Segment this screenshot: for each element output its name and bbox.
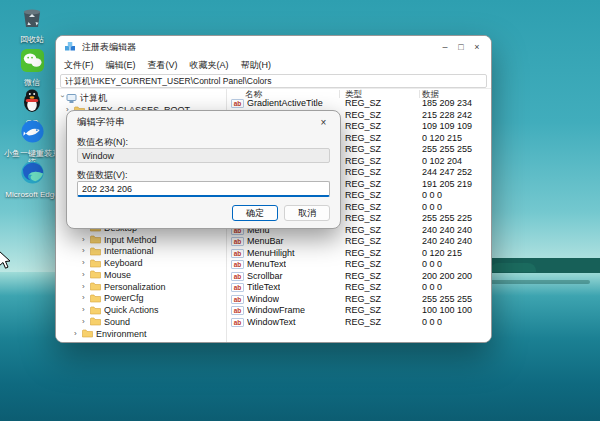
column-divider[interactable] bbox=[419, 90, 420, 98]
value-name: TitleText bbox=[247, 282, 280, 292]
value-name: GradientActiveTitle bbox=[247, 98, 323, 108]
desktop-icon-wechat[interactable]: 微信 bbox=[6, 48, 58, 87]
ok-button[interactable]: 确定 bbox=[232, 205, 278, 221]
value-type: REG_SZ bbox=[345, 294, 381, 304]
registry-value-row[interactable]: abWindowFrameREG_SZ100 100 100 bbox=[227, 305, 491, 316]
xiaoyu-icon bbox=[20, 119, 45, 148]
tree-item-keyboard[interactable]: ›Keyboard bbox=[56, 258, 226, 269]
tree-item-计算机[interactable]: ›计算机 bbox=[56, 93, 226, 104]
string-value-icon: ab bbox=[231, 260, 244, 269]
value-data: 0 0 0 bbox=[422, 259, 442, 269]
value-type: REG_SZ bbox=[345, 110, 381, 120]
chevron-right-icon[interactable]: › bbox=[82, 283, 90, 291]
chevron-right-icon[interactable]: › bbox=[82, 306, 90, 314]
value-data: 200 200 200 bbox=[422, 271, 472, 281]
menu-edit[interactable]: 编辑(E) bbox=[100, 59, 142, 72]
tree-item-label: Environment bbox=[96, 329, 147, 339]
address-input[interactable]: 计算机\HKEY_CURRENT_USER\Control Panel\Colo… bbox=[60, 74, 487, 88]
registry-value-row[interactable]: abWindowTextREG_SZ0 0 0 bbox=[227, 317, 491, 328]
menu-bar: 文件(F) 编辑(E) 查看(V) 收藏夹(A) 帮助(H) bbox=[56, 58, 491, 73]
registry-value-row[interactable]: abTitleTextREG_SZ0 0 0 bbox=[227, 282, 491, 293]
value-type: REG_SZ bbox=[345, 202, 381, 212]
tree-item-quick-actions[interactable]: ›Quick Actions bbox=[56, 305, 226, 316]
menu-file[interactable]: 文件(F) bbox=[58, 59, 100, 72]
value-data: 255 255 225 bbox=[422, 213, 472, 223]
value-data: 215 228 242 bbox=[422, 110, 472, 120]
close-button[interactable]: × bbox=[469, 36, 485, 58]
dialog-title: 编辑字符串 bbox=[77, 116, 125, 129]
chevron-right-icon[interactable]: › bbox=[82, 247, 90, 255]
dialog-close-icon[interactable]: × bbox=[316, 115, 331, 130]
chevron-right-icon[interactable]: › bbox=[82, 318, 90, 326]
value-name: Window bbox=[247, 294, 279, 304]
chevron-right-icon[interactable]: › bbox=[82, 236, 90, 244]
string-value-icon: ab bbox=[231, 306, 244, 315]
registry-value-row[interactable]: abScrollbarREG_SZ200 200 200 bbox=[227, 271, 491, 282]
tree-item-input-method[interactable]: ›Input Method bbox=[56, 234, 226, 245]
edit-string-dialog: 编辑字符串 × 数值名称(N): Window 数值数据(V): 202 234… bbox=[66, 110, 341, 229]
tree-item-personalization[interactable]: ›Personalization bbox=[56, 281, 226, 292]
tree-item-sound[interactable]: ›Sound bbox=[56, 316, 226, 327]
desktop-icon-edge[interactable]: Microsoft Edge bbox=[4, 160, 60, 199]
tree-item-label: Sound bbox=[104, 317, 130, 327]
folder-icon bbox=[82, 329, 93, 338]
value-data: 191 205 219 bbox=[422, 179, 472, 189]
value-type: REG_SZ bbox=[345, 271, 381, 281]
tree-item-label: Personalization bbox=[104, 282, 166, 292]
tree-item-label: 计算机 bbox=[80, 92, 107, 105]
folder-icon bbox=[90, 247, 101, 256]
registry-value-row[interactable]: abMenuHilightREG_SZ0 120 215 bbox=[227, 248, 491, 259]
chevron-down-icon[interactable]: › bbox=[58, 95, 66, 103]
value-type: REG_SZ bbox=[345, 236, 381, 246]
chevron-right-icon[interactable]: › bbox=[82, 294, 90, 302]
registry-value-row[interactable]: abMenuTextREG_SZ0 0 0 bbox=[227, 259, 491, 270]
value-name: Scrollbar bbox=[247, 271, 283, 281]
value-type: REG_SZ bbox=[345, 248, 381, 258]
folder-icon bbox=[90, 235, 101, 244]
maximize-button[interactable]: □ bbox=[453, 36, 469, 58]
menu-favorites[interactable]: 收藏夹(A) bbox=[184, 59, 235, 72]
tree-item-international[interactable]: ›International bbox=[56, 246, 226, 257]
value-data: 0 0 0 bbox=[422, 190, 442, 200]
menu-view[interactable]: 查看(V) bbox=[142, 59, 184, 72]
value-data: 240 240 240 bbox=[422, 236, 472, 246]
value-data: 240 240 240 bbox=[422, 225, 472, 235]
edge-icon bbox=[20, 160, 45, 189]
value-data-input[interactable]: 202 234 206 bbox=[77, 181, 330, 197]
registry-value-row[interactable]: abGradientActiveTitleREG_SZ185 209 234 bbox=[227, 98, 491, 109]
value-name: MenuBar bbox=[247, 236, 284, 246]
value-type: REG_SZ bbox=[345, 225, 381, 235]
desktop: 回收站 微信 QQ 小鱼一键重装系统 Microsoft Edge 注册表编辑器 bbox=[0, 0, 600, 421]
value-type: REG_SZ bbox=[345, 167, 381, 177]
window-title: 注册表编辑器 bbox=[82, 41, 136, 54]
value-type: REG_SZ bbox=[345, 317, 381, 327]
tree-item-label: Keyboard bbox=[104, 258, 143, 268]
value-type: REG_SZ bbox=[345, 190, 381, 200]
minimize-button[interactable]: – bbox=[437, 36, 453, 58]
wechat-icon bbox=[20, 48, 45, 77]
tree-item-label: International bbox=[104, 246, 154, 256]
value-name: WindowText bbox=[247, 317, 296, 327]
registry-value-row[interactable]: abWindowREG_SZ255 255 255 bbox=[227, 294, 491, 305]
value-type: REG_SZ bbox=[345, 133, 381, 143]
tree-item-environment[interactable]: ›Environment bbox=[56, 328, 226, 339]
tree-item-label: Input Method bbox=[104, 235, 157, 245]
tree-item-mouse[interactable]: ›Mouse bbox=[56, 269, 226, 280]
column-divider[interactable] bbox=[339, 90, 340, 98]
tree-item-powercfg[interactable]: ›PowerCfg bbox=[56, 293, 226, 304]
registry-value-row[interactable]: abMenuBarREG_SZ240 240 240 bbox=[227, 236, 491, 247]
chevron-right-icon[interactable]: › bbox=[74, 330, 82, 338]
string-value-icon: ab bbox=[231, 295, 244, 304]
desktop-icon-recycle-bin[interactable]: 回收站 bbox=[6, 4, 58, 44]
chevron-right-icon[interactable]: › bbox=[82, 271, 90, 279]
desktop-icon-label: Microsoft Edge bbox=[4, 190, 60, 199]
cancel-button[interactable]: 取消 bbox=[284, 205, 330, 221]
wallpaper-island-small bbox=[490, 263, 536, 272]
value-type: REG_SZ bbox=[345, 144, 381, 154]
title-bar[interactable]: 注册表编辑器 – □ × bbox=[56, 36, 491, 58]
chevron-right-icon[interactable]: › bbox=[82, 259, 90, 267]
menu-help[interactable]: 帮助(H) bbox=[235, 59, 278, 72]
tree-item-label: Quick Actions bbox=[104, 305, 159, 315]
value-name-field[interactable]: Window bbox=[77, 148, 330, 163]
folder-icon bbox=[90, 317, 101, 326]
